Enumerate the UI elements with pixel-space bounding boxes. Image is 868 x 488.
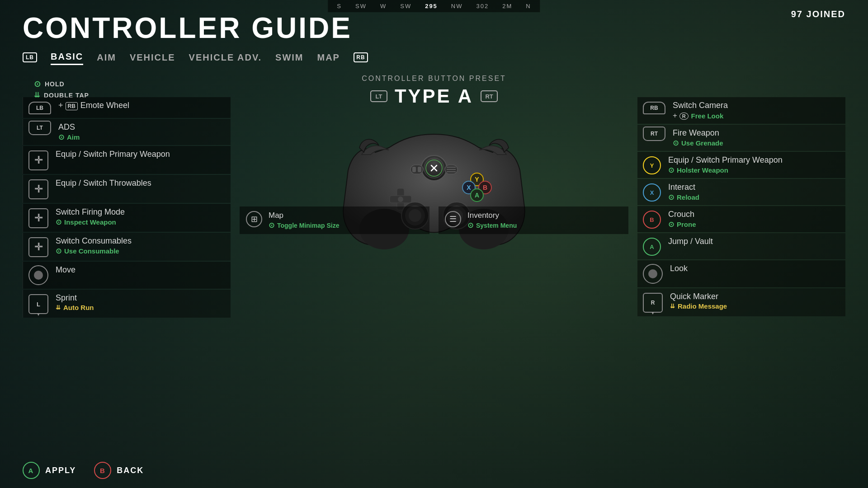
center-panel: CONTROLLER BUTTON PRESET LT TYPE A RT	[240, 70, 628, 452]
l-stick-click-secondary: ⇊ Auto Run	[56, 304, 94, 311]
l-stick-click-icon: L ▼	[28, 294, 48, 314]
lt-badge: LT	[370, 90, 387, 102]
map-secondary: Toggle Minimap Size	[269, 221, 339, 230]
r-stick-click-secondary: ⇊ Radio Message	[670, 302, 727, 310]
x-btn-icon: X	[643, 183, 661, 202]
tab-swim[interactable]: SWIM	[275, 51, 303, 65]
b-primary: Crouch	[668, 210, 696, 219]
dpad-special-secondary: Use Consumable	[56, 247, 132, 255]
a-btn-icon: A	[643, 238, 661, 256]
x-control-row: X Interact Reload	[637, 179, 845, 205]
y-control-row: Y Equip / Switch Primary Weapon Holster …	[637, 152, 845, 178]
tab-vehicle-adv[interactable]: VEHICLE ADV.	[189, 51, 262, 65]
footer: A APPLY B BACK	[23, 462, 144, 479]
dpad-down-secondary: Inspect Weapon	[56, 218, 125, 226]
dpad-up-row: ✛ Equip / Switch Primary Weapon	[23, 146, 231, 174]
rt-control-row: RT Fire Weapon Use Grenade	[637, 125, 845, 151]
left-controls-panel: LB + RB Emote Wheel LT ADS Aim	[23, 97, 231, 452]
b-back-icon: B	[94, 462, 111, 479]
dpad-up-primary: Equip / Switch Primary Weapon	[56, 150, 170, 159]
inventory-button-control: ☰ Inventory System Menu	[439, 206, 628, 234]
lt-secondary: Aim	[58, 133, 80, 141]
dpad-up-icon: ✛	[28, 150, 48, 170]
l-stick-primary: Move	[56, 265, 75, 275]
menu-icon: ☰	[445, 211, 461, 227]
svg-text:B: B	[483, 184, 487, 191]
inventory-secondary: System Menu	[467, 221, 517, 230]
back-button[interactable]: B BACK	[94, 462, 144, 479]
dpad-down-icon: ✛	[28, 208, 48, 228]
r-stick-click-row: R ▼ Quick Marker ⇊ Radio Message	[637, 288, 845, 316]
preset-label: CONTROLLER BUTTON PRESET	[362, 75, 506, 83]
back-label: BACK	[117, 466, 144, 475]
rt-secondary: Use Grenade	[673, 139, 723, 147]
preset-type-name: TYPE A	[395, 85, 473, 107]
lt-icon: LT	[28, 121, 51, 135]
tab-basic[interactable]: BASIC	[51, 50, 83, 65]
a-primary: Jump / Vault	[668, 237, 713, 246]
tab-bar: LB BASIC AIM VEHICLE VEHICLE ADV. SWIM M…	[23, 50, 845, 65]
y-secondary: Holster Weapon	[668, 166, 783, 174]
compass-bar: S SW W SW 295 NW 302 2M N	[328, 0, 540, 12]
a-control-row: A Jump / Vault	[637, 233, 845, 259]
r-stick-primary: Look	[670, 264, 688, 273]
dpad-special-row: ✛ Switch Consumables Use Consumable	[23, 233, 231, 261]
r-stick-click-icon: R ▼	[643, 293, 663, 313]
dpad-lr-icon: ✛	[28, 179, 48, 199]
svg-text:X: X	[467, 184, 471, 191]
rb-primary: Switch Camera	[673, 101, 728, 110]
r-stick-row: Look	[637, 260, 845, 287]
y-btn-icon: Y	[643, 156, 661, 174]
svg-rect-6	[412, 167, 416, 172]
x-primary: Interact	[668, 183, 699, 192]
dpad-down-row: ✛ Switch Firing Mode Inspect Weapon	[23, 204, 231, 232]
rt-badge: RT	[481, 90, 498, 102]
view-icon: ⊞	[246, 211, 262, 227]
tab-aim[interactable]: AIM	[97, 51, 116, 65]
player-count: 97 JOINED	[791, 9, 845, 19]
lb-combo-label: + RB Emote Wheel	[58, 101, 129, 110]
right-controls-panel: RB Switch Camera + R Free Look RT Fire W…	[637, 97, 845, 452]
inventory-primary: Inventory	[467, 211, 517, 220]
apply-label: APPLY	[45, 466, 76, 475]
y-primary: Equip / Switch Primary Weapon	[668, 155, 783, 165]
lb-icon: LB	[28, 102, 51, 114]
rb-secondary: + R Free Look	[673, 111, 728, 120]
x-secondary: Reload	[668, 193, 699, 202]
apply-button[interactable]: A APPLY	[23, 462, 76, 479]
rb-icon: RB	[643, 102, 665, 114]
lb-badge: LB	[23, 52, 37, 62]
map-button-control: ⊞ Map Toggle Minimap Size	[240, 206, 429, 234]
l-stick-row: Move	[23, 262, 231, 289]
controller-image: Y X B A	[339, 116, 529, 261]
dpad-down-primary: Switch Firing Mode	[56, 207, 125, 217]
lb-control-row: LB + RB Emote Wheel	[23, 97, 231, 118]
b-btn-icon: B	[643, 211, 661, 229]
bottom-center-controls: ⊞ Map Toggle Minimap Size ☰ Inventory	[240, 206, 628, 234]
b-secondary: Prone	[668, 220, 696, 229]
rt-primary: Fire Weapon	[673, 128, 723, 138]
lt-control-row: LT ADS Aim	[23, 119, 231, 145]
map-primary: Map	[269, 211, 339, 220]
rb-control-row: RB Switch Camera + R Free Look	[637, 97, 845, 124]
dpad-special-icon: ✛	[28, 237, 48, 257]
a-apply-icon: A	[23, 462, 40, 479]
dpad-special-primary: Switch Consumables	[56, 236, 132, 246]
l-stick-click-row: L ▼ Sprint ⇊ Auto Run	[23, 290, 231, 318]
page-title: CONTROLLER GUIDE	[23, 14, 845, 42]
preset-type: LT TYPE A RT	[370, 85, 498, 107]
tab-vehicle[interactable]: VEHICLE	[130, 51, 175, 65]
svg-text:Y: Y	[475, 176, 479, 183]
rb-badge: RB	[354, 52, 368, 62]
svg-rect-7	[418, 167, 421, 172]
l-stick-click-primary: Sprint	[56, 293, 94, 303]
lt-primary: ADS	[58, 122, 80, 132]
r-stick-click-primary: Quick Marker	[670, 292, 727, 301]
svg-point-14	[398, 197, 403, 202]
dpad-lr-primary: Equip / Switch Throwables	[56, 178, 151, 188]
tab-map[interactable]: MAP	[317, 51, 340, 65]
b-control-row: B Crouch Prone	[637, 206, 845, 232]
r-stick-icon	[643, 264, 663, 284]
rt-icon: RT	[643, 127, 665, 141]
svg-text:A: A	[475, 192, 479, 199]
